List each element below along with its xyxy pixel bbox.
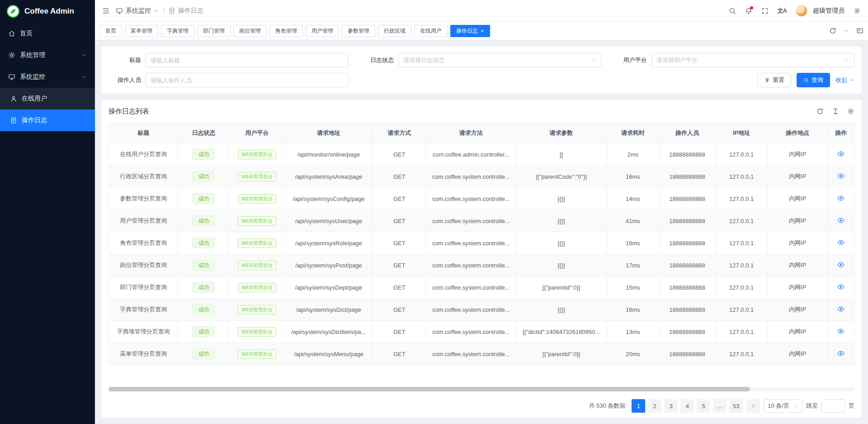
title-filter: 标题: [108, 53, 349, 67]
avatar[interactable]: [796, 5, 807, 17]
search-button-label: 查询: [811, 76, 823, 84]
sidebar-item-home[interactable]: 首页: [0, 23, 95, 44]
status-tag: 成功: [192, 282, 215, 293]
breadcrumb-operation-logs: 操作日志: [168, 7, 203, 15]
view-detail-eye-icon[interactable]: [837, 261, 844, 268]
tab-操作日志[interactable]: 操作日志×: [450, 25, 490, 37]
cell-request-function: com.coffee.system.controlle...: [426, 254, 516, 276]
tabbar: 首页菜单管理字典管理部门管理岗位管理角色管理用户管理参数管理行政区域在线用户操作…: [95, 22, 868, 40]
translate-icon[interactable]: 文A: [778, 7, 787, 15]
status-filter-select[interactable]: 请选择日志状态: [398, 53, 601, 67]
cell-status: 成功: [178, 276, 229, 299]
tab-部门管理[interactable]: 部门管理: [197, 25, 231, 37]
tab-菜单管理[interactable]: 菜单管理: [125, 25, 158, 37]
sidebar-item-online-users[interactable]: 在线用户: [0, 88, 95, 110]
refresh-icon[interactable]: [829, 27, 836, 34]
view-detail-eye-icon[interactable]: [837, 239, 844, 246]
breadcrumb-label: 系统监控: [126, 7, 151, 15]
content-fullscreen-icon[interactable]: [856, 27, 863, 34]
view-detail-eye-icon[interactable]: [837, 283, 844, 291]
page-button-53[interactable]: 53: [729, 399, 743, 413]
collapse-sidebar-icon[interactable]: [102, 7, 109, 14]
status-filter-label: 日志状态: [361, 56, 394, 64]
platform-tag: WEB管理后台: [238, 327, 276, 337]
sidebar-item-system-monitor[interactable]: 系统监控: [0, 66, 95, 88]
sidebar-item-system-management[interactable]: 系统管理: [0, 44, 95, 66]
cell-location: 内网IP: [768, 232, 828, 254]
chevron-down-icon[interactable]: [844, 28, 849, 33]
column-header: 操作: [828, 123, 854, 143]
tab-close-icon[interactable]: ×: [481, 28, 484, 34]
cell-platform: WEB管理后台: [229, 276, 285, 299]
platform-filter-select[interactable]: 请选择用户平台: [651, 53, 854, 67]
column-settings-gear-icon[interactable]: [847, 108, 854, 115]
page-button-5[interactable]: 5: [697, 399, 710, 413]
tab-首页[interactable]: 首页: [99, 25, 122, 37]
page-size-select[interactable]: 10 条/页: [764, 399, 802, 413]
refresh-glyph: [816, 108, 824, 115]
column-header: 请求方法: [426, 123, 516, 143]
page-ellipsis[interactable]: ...: [713, 399, 726, 413]
menu-label: 系统监控: [20, 73, 45, 81]
view-detail-eye-icon[interactable]: [837, 350, 844, 357]
cell-status: 成功: [178, 254, 229, 276]
page-button-3[interactable]: 3: [664, 399, 678, 413]
tab-岗位管理[interactable]: 岗位管理: [233, 25, 267, 37]
cell-ip: 127.0.0.1: [716, 210, 768, 232]
tab-字典管理[interactable]: 字典管理: [161, 25, 194, 37]
tab-在线用户[interactable]: 在线用户: [414, 25, 448, 37]
reset-button[interactable]: 重置: [758, 73, 791, 87]
cell-platform: WEB管理后台: [229, 143, 285, 166]
page-button-2[interactable]: 2: [648, 399, 661, 413]
cell-ip: 127.0.0.1: [716, 299, 768, 321]
user-name[interactable]: 超级管理员: [813, 7, 844, 15]
tab-用户管理[interactable]: 用户管理: [306, 25, 339, 37]
fullscreen-icon[interactable]: [761, 7, 769, 14]
page-button-4[interactable]: 4: [680, 399, 694, 413]
chevron-down-icon: [81, 52, 87, 58]
settings-gear-icon[interactable]: [854, 7, 861, 14]
search-button[interactable]: 查询: [797, 73, 830, 87]
cell-actions: [828, 188, 854, 210]
table-title: 操作日志列表: [108, 107, 149, 116]
search-icon[interactable]: [729, 7, 736, 14]
cell-status: 成功: [178, 321, 229, 343]
sidebar-item-operation-logs[interactable]: 操作日志: [0, 110, 95, 131]
bell-icon[interactable]: [745, 7, 752, 14]
next-page-button[interactable]: [746, 399, 760, 413]
view-detail-eye-icon[interactable]: [837, 305, 844, 313]
cell-ip: 127.0.0.1: [716, 254, 768, 276]
cell-duration: 20ms: [607, 343, 659, 365]
jump-page-input[interactable]: [821, 399, 845, 413]
scrollbar-thumb[interactable]: [108, 387, 750, 391]
page-button-1[interactable]: 1: [632, 399, 645, 413]
horizontal-scrollbar[interactable]: [108, 387, 854, 391]
cell-title: 行政区域分页查询: [109, 166, 178, 188]
column-header: 操作人员: [659, 123, 716, 143]
breadcrumb-system-monitor[interactable]: 系统监控: [116, 7, 159, 15]
view-detail-eye-icon[interactable]: [837, 150, 844, 157]
cell-request-function: com.coffee.system.controlle...: [426, 188, 516, 210]
cell-ip: 127.0.0.1: [716, 343, 768, 365]
view-detail-eye-icon[interactable]: [837, 195, 844, 202]
view-detail-eye-icon[interactable]: [837, 328, 844, 335]
filter-panel: 标题 日志状态 请选择日志状态 用户平台 请选择用户平台: [101, 47, 862, 94]
cell-location: 内网IP: [768, 188, 828, 210]
operator-filter-input[interactable]: [146, 73, 349, 87]
density-icon[interactable]: [832, 108, 839, 115]
view-detail-eye-icon[interactable]: [837, 217, 844, 224]
view-detail-eye-icon[interactable]: [837, 172, 844, 180]
collapse-filters-link[interactable]: 收起: [835, 76, 854, 84]
tab-参数管理[interactable]: 参数管理: [342, 25, 375, 37]
cell-request-method: GET: [373, 254, 426, 276]
title-filter-input[interactable]: [146, 53, 349, 67]
cell-request-method: GET: [373, 321, 426, 343]
cell-duration: 16ms: [607, 299, 659, 321]
tab-行政区域[interactable]: 行政区域: [378, 25, 411, 37]
cell-request-method: GET: [373, 143, 426, 166]
refresh-icon[interactable]: [816, 108, 824, 115]
platform-tag: WEB管理后台: [238, 261, 276, 270]
tab-角色管理[interactable]: 角色管理: [269, 25, 303, 37]
eye-glyph: [837, 305, 844, 313]
sidebar: Coffee Admin 首页 系统管理 系统监控 在线用户: [0, 0, 95, 424]
